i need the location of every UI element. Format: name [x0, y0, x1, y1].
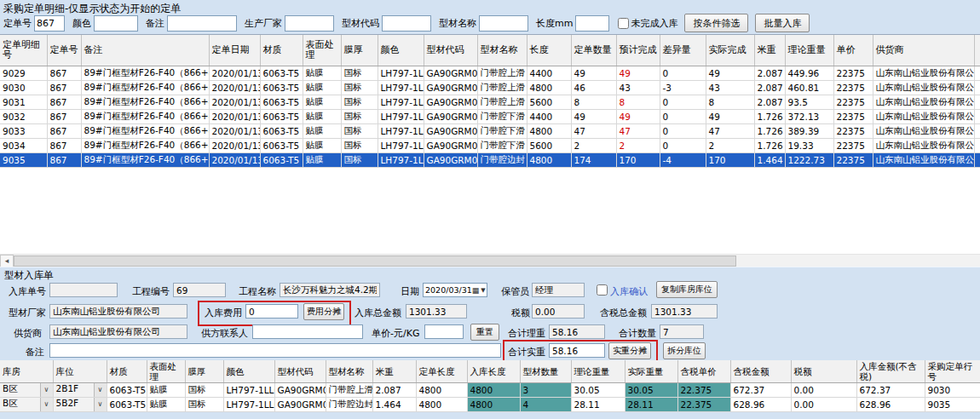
cell: GA90GRM05 [274, 398, 326, 412]
cell: 4800 [467, 383, 520, 398]
cell: 22.375 [677, 383, 730, 398]
cell: 6063-T5 [260, 110, 303, 124]
cell: 2020/01/13 [209, 66, 260, 81]
cell: 6063-T5 [107, 398, 147, 412]
column-header: 单价 [833, 35, 873, 66]
total-amount-input[interactable] [406, 304, 467, 319]
combo-select[interactable]: ∨B区 [0, 383, 53, 398]
cell: 2.087 [754, 95, 785, 110]
filter-order-no-input[interactable] [34, 15, 65, 32]
filter-by-condition-button[interactable]: 按条件筛选 [684, 14, 748, 32]
cell: 国标 [341, 81, 378, 95]
cell: 4400 [527, 66, 571, 81]
copy-warehouse-location-button[interactable]: 复制库房库位 [656, 281, 718, 298]
inbound-confirm-checkbox[interactable] [597, 284, 608, 296]
cell: 4800 [416, 398, 467, 412]
project-name-input[interactable] [280, 283, 380, 297]
split-location-button[interactable]: 拆分库位 [663, 342, 706, 359]
chevron-down-icon[interactable]: ▼ [479, 287, 487, 294]
cell: 6063-T5 [260, 139, 303, 153]
chevron-down-icon[interactable]: ∨ [40, 398, 53, 411]
cell: 93.5 [785, 95, 833, 110]
combo-select[interactable]: ∨2B1F [53, 383, 107, 398]
cell: 89#门框型材F26-F40（866+867） [81, 81, 209, 95]
actual-weight-share-button[interactable]: 实重分摊 [608, 342, 651, 359]
combo-value: B区 [0, 383, 18, 395]
reset-button[interactable]: 重置 [470, 324, 499, 341]
table-row[interactable]: 902986789#门框型材F26-F40（866+867）2020/01/13… [0, 66, 980, 81]
column-header [974, 35, 980, 66]
cell: 贴膜 [303, 95, 341, 110]
cell: 22375 [833, 81, 873, 95]
filter-remark-input[interactable] [167, 15, 237, 32]
cell: 389.39 [785, 124, 833, 139]
batch-inbound-button[interactable]: 批量入库 [755, 14, 810, 32]
project-no-input[interactable] [173, 283, 226, 297]
combo-select[interactable]: ∨B区 [0, 398, 53, 412]
scrollbar-thumb[interactable] [14, 255, 736, 267]
table-row[interactable]: 903386789#门框型材F26-F40（866+867）2020/01/13… [0, 124, 980, 139]
chevron-down-icon[interactable]: ∨ [94, 383, 107, 397]
unit-price-input[interactable] [424, 324, 464, 339]
cell: 30.05 [571, 383, 625, 398]
keeper-input[interactable] [532, 283, 585, 297]
cell: 22375 [833, 124, 873, 139]
cell: 867 [47, 110, 81, 124]
column-header: 含税金额 [730, 360, 791, 383]
cell: 山东南山铝业股份有限公司 [873, 66, 974, 81]
filter-color-input[interactable] [94, 15, 138, 32]
cell: 2.087 [372, 383, 416, 398]
horizontal-scrollbar[interactable]: ◂ [0, 254, 980, 267]
cell: 山东南山铝业股份有限公司 [873, 81, 974, 95]
cell: 国标 [341, 110, 378, 124]
cell: 国标 [341, 153, 378, 168]
cell: 贴膜 [303, 124, 341, 139]
filter-length-input[interactable] [575, 15, 609, 32]
inbound-fee-input[interactable] [245, 304, 298, 319]
cell: 门带腔上滑 [477, 81, 527, 95]
theory-weight-input[interactable] [549, 324, 605, 339]
factory-input[interactable] [49, 304, 187, 319]
column-header: 米重 [754, 35, 785, 66]
filter-profile-code-input[interactable] [382, 15, 431, 32]
unfinished-inbound-checkbox[interactable] [618, 18, 629, 29]
cell: 门带腔边封 [477, 153, 527, 168]
cell: 1222.73 [785, 153, 833, 168]
table-row[interactable]: 903586789#门框型材F26-F40（866+867）2020/01/13… [0, 153, 980, 168]
cell: GA90GRM03 [424, 66, 477, 81]
filter-length-label: 长度mm [536, 17, 573, 30]
combo-select[interactable]: ∨5B2F [53, 398, 107, 412]
cell [974, 124, 980, 139]
cell: LH797-1LL0 [378, 124, 424, 139]
total-qty-input[interactable] [660, 324, 704, 339]
remark-input[interactable] [49, 343, 501, 358]
column-header: 含税单价 [677, 360, 730, 383]
tax-input[interactable] [532, 304, 585, 319]
date-picker[interactable]: 2020/03/31 ▦ ▼ [423, 283, 487, 297]
cell: 门带腔边封 [326, 398, 372, 412]
table-row[interactable]: ∨B区∨5B2F6063-T5贴膜国标LH797-1LL0GA90GRM05门带… [0, 398, 980, 412]
cell: 2 [616, 139, 660, 153]
cell: 贴膜 [303, 139, 341, 153]
filter-manufacturer-input[interactable] [285, 15, 334, 32]
supplier-contact-input[interactable] [252, 324, 363, 339]
cell: 89#门框型材F26-F40（866+867） [81, 153, 209, 168]
cell: 6063-T5 [260, 153, 303, 168]
chevron-down-icon[interactable]: ∨ [40, 383, 53, 397]
supplier-input[interactable] [49, 324, 187, 339]
cell: 1.464 [372, 398, 416, 412]
table-row[interactable]: ∨B区∨2B1F6063-T5贴膜国标LH797-1LL0GA90GRM03门带… [0, 383, 980, 398]
filter-profile-name-input[interactable] [479, 15, 528, 32]
table-row[interactable]: 903086789#门框型材F26-F40（866+867）2020/01/13… [0, 81, 980, 95]
inbound-panel: 型材入库单 入库单号 工程编号 工程名称 日期 2020/03/31 ▦ ▼ 保… [0, 267, 980, 419]
table-row[interactable]: 903186789#门框型材F26-F40（866+867）2020/01/13… [0, 95, 980, 110]
scroll-left-arrow-icon[interactable]: ◂ [0, 255, 14, 267]
receipt-no-input[interactable] [49, 283, 118, 297]
table-row[interactable]: 903486789#门框型材F26-F40（866+867）2020/01/13… [0, 139, 980, 153]
table-row[interactable]: 903286789#门框型材F26-F40（866+867）2020/01/13… [0, 110, 980, 124]
actual-weight-input[interactable] [549, 343, 605, 358]
column-header: 库房 [0, 360, 53, 383]
fee-share-button[interactable]: 费用分摊 [303, 303, 344, 320]
chevron-down-icon[interactable]: ∨ [94, 398, 107, 411]
tax-total-input[interactable] [651, 304, 718, 319]
